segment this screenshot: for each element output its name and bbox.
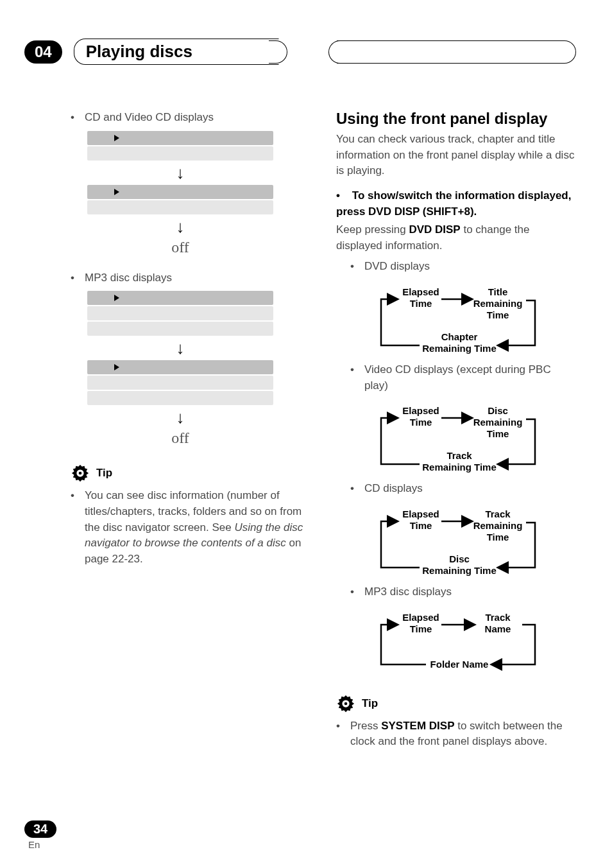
svg-text:Remaining: Remaining	[473, 417, 523, 428]
down-arrow-icon: ↓	[87, 164, 273, 181]
cycle-mp3: Elapsed Time Track Name Folder Name	[363, 607, 549, 677]
cycle-dvd: Elapsed Time Title Remaining Time Chapte…	[363, 281, 549, 358]
svg-text:Disc: Disc	[449, 553, 470, 564]
page-header: 04 Playing discs	[0, 39, 612, 65]
svg-text:Remaining Time: Remaining Time	[422, 565, 497, 576]
svg-text:Elapsed: Elapsed	[402, 508, 439, 519]
svg-text:Time: Time	[487, 309, 509, 320]
svg-text:Time: Time	[410, 520, 432, 531]
section-heading: Using the front panel display	[336, 110, 576, 128]
play-icon	[114, 135, 119, 141]
bullet-mp3-r: •MP3 disc displays	[350, 584, 576, 600]
left-column: •CD and Video CD displays ↓ ↓ off •MP3 d…	[71, 110, 310, 754]
down-arrow-icon: ↓	[87, 218, 273, 235]
svg-text:Time: Time	[410, 417, 432, 428]
svg-text:Remaining: Remaining	[473, 298, 523, 309]
language-code: En	[28, 839, 56, 850]
bullet-cd: •CD displays	[350, 481, 576, 497]
svg-text:Track: Track	[485, 508, 511, 519]
off-label: off	[87, 239, 273, 256]
svg-text:Time: Time	[410, 623, 432, 634]
svg-text:Elapsed: Elapsed	[402, 612, 439, 623]
play-icon	[114, 364, 119, 370]
svg-text:Elapsed: Elapsed	[402, 405, 439, 416]
svg-text:Remaining Time: Remaining Time	[422, 343, 497, 354]
svg-text:Remaining Time: Remaining Time	[422, 462, 497, 473]
svg-text:Time: Time	[410, 298, 432, 309]
svg-text:Time: Time	[487, 428, 509, 439]
instruction-body: Keep pressing DVD DISP to change the dis…	[336, 222, 576, 254]
svg-text:Remaining: Remaining	[473, 520, 523, 531]
cycle-vcd: Elapsed Time Disc Remaining Time Track R…	[363, 400, 549, 477]
svg-text:Track: Track	[485, 612, 511, 623]
down-arrow-icon: ↓	[87, 340, 273, 356]
section-intro: You can check various track, chapter and…	[336, 132, 576, 179]
page-number: 34	[24, 820, 56, 838]
svg-point-1	[79, 472, 82, 475]
down-arrow-icon: ↓	[87, 409, 273, 426]
chapter-badge: 04	[24, 40, 62, 64]
bullet-dvd-text: DVD displays	[364, 259, 430, 275]
tip-label-2: Tip	[362, 697, 378, 710]
tip-gear-icon	[336, 694, 355, 713]
play-icon	[114, 189, 119, 195]
header-capsule-left: Playing discs	[74, 39, 279, 65]
svg-text:Elapsed: Elapsed	[402, 286, 439, 297]
page-footer: 34 En	[24, 820, 56, 850]
play-icon	[114, 295, 119, 301]
svg-text:Time: Time	[487, 532, 509, 542]
instruction-bold: To show/switch the information displayed…	[336, 189, 571, 218]
svg-point-33	[344, 702, 348, 705]
off-label: off	[87, 430, 273, 447]
tip-heading: Tip	[71, 464, 310, 483]
cycle-cd: Elapsed Time Track Remaining Time Disc R…	[363, 503, 549, 580]
instruction-line: • To show/switch the information display…	[336, 188, 576, 220]
bullet-dvd: •DVD displays	[350, 259, 576, 275]
chapter-title: Playing discs	[86, 42, 192, 62]
header-capsule-gap	[279, 40, 337, 64]
tip-label: Tip	[96, 467, 112, 480]
tip-body: • You can see disc information (number o…	[71, 488, 310, 567]
bullet-mp3-text: MP3 disc displays	[85, 270, 172, 286]
bullet-cd-vcd-text: CD and Video CD displays	[85, 110, 214, 126]
svg-text:Folder Name: Folder Name	[430, 659, 489, 670]
right-column: Using the front panel display You can ch…	[336, 110, 576, 754]
svg-text:Chapter: Chapter	[441, 331, 478, 342]
svg-text:Disc: Disc	[488, 405, 508, 416]
svg-text:Name: Name	[485, 623, 511, 634]
header-capsule-right	[337, 40, 576, 64]
osd-mp3: ↓ ↓ off	[87, 291, 273, 447]
bullet-mp3: •MP3 disc displays	[71, 270, 310, 286]
tip-body-2: • Press SYSTEM DISP to switch between th…	[336, 718, 576, 750]
osd-cd-vcd: ↓ ↓ off	[87, 131, 273, 256]
tip-heading-2: Tip	[336, 694, 576, 713]
tip-gear-icon	[71, 464, 90, 483]
svg-text:Title: Title	[488, 286, 508, 297]
bullet-mp3-r-text: MP3 disc displays	[364, 584, 452, 600]
bullet-vcd-text: Video CD displays (except during PBC pla…	[364, 362, 576, 394]
bullet-cd-vcd: •CD and Video CD displays	[71, 110, 310, 126]
svg-text:Track: Track	[446, 450, 472, 461]
bullet-vcd: •Video CD displays (except during PBC pl…	[350, 362, 576, 394]
bullet-cd-text: CD displays	[364, 481, 423, 497]
